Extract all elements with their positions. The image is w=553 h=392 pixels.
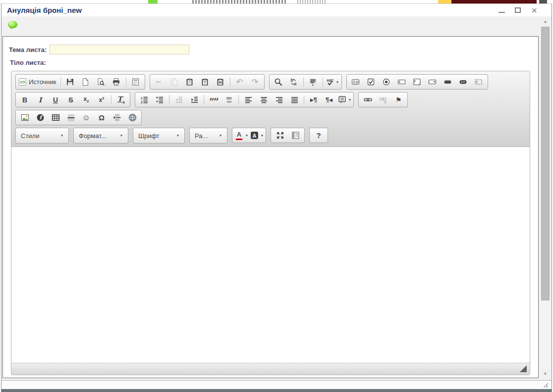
maximize-button[interactable]	[513, 6, 522, 15]
bidi-ltr-button[interactable]: ▸¶	[306, 94, 321, 106]
numbered-list-button[interactable]: 12	[137, 94, 152, 106]
text-color-button[interactable]: A▼	[234, 129, 249, 142]
horizontal-rule-icon	[66, 113, 75, 122]
special-char-button[interactable]: Ω	[94, 111, 109, 124]
toolbar-separator	[126, 77, 126, 87]
about-button[interactable]: ?	[311, 129, 326, 142]
select-all-button[interactable]	[306, 76, 321, 88]
select-field-button[interactable]	[425, 76, 440, 88]
toolbar-separator	[323, 77, 323, 87]
save-button[interactable]	[63, 76, 78, 88]
select-field-icon	[428, 78, 437, 87]
source-button[interactable]: <>Источник	[17, 76, 58, 88]
language-button[interactable]: ▼	[337, 94, 352, 106]
subscript-button[interactable]: x2	[79, 94, 94, 106]
size-combo[interactable]: Ра...▼	[191, 129, 225, 142]
maximize-button[interactable]	[273, 129, 287, 142]
new-page-button[interactable]	[78, 76, 93, 88]
copy-button[interactable]	[167, 76, 182, 88]
bidi-rtl-button[interactable]: ¶◂	[322, 94, 336, 106]
text-field-button[interactable]	[394, 76, 409, 88]
iframe-button[interactable]	[125, 111, 140, 124]
editor-resize-handle[interactable]	[520, 365, 527, 372]
strike-button[interactable]: S	[63, 94, 78, 106]
format-combo[interactable]: Формат...▼	[75, 129, 126, 142]
vertical-scrollbar[interactable]: ▲ ▼	[541, 17, 550, 378]
paste-button[interactable]	[182, 76, 197, 88]
align-center-icon	[259, 96, 268, 104]
chat-bubble-button[interactable]	[8, 21, 19, 31]
align-center-button[interactable]	[256, 94, 271, 106]
toolbar-group-forms	[346, 74, 488, 90]
undo-button[interactable]: ↶	[232, 76, 247, 88]
find-button[interactable]	[271, 76, 286, 88]
preview-button[interactable]	[94, 76, 109, 88]
maximize-icon	[515, 7, 521, 13]
remove-format-button[interactable]: Tx	[113, 94, 128, 106]
background-fragment	[451, 0, 537, 3]
subject-input[interactable]	[50, 45, 189, 54]
paste-text-button[interactable]: T	[198, 76, 213, 88]
spellcheck-button[interactable]: ABC▼	[325, 76, 340, 88]
underline-button[interactable]: U	[48, 94, 63, 106]
outdent-button[interactable]	[171, 94, 186, 106]
radio-button[interactable]	[379, 76, 394, 88]
unlink-button[interactable]	[376, 94, 390, 106]
dialog-titlebar[interactable]: Ануляція броні_new ×	[1, 3, 552, 17]
checkbox-button[interactable]	[364, 76, 379, 88]
checkbox-icon	[367, 78, 376, 87]
paste-word-button[interactable]: W	[213, 76, 228, 88]
editor-content[interactable]	[11, 147, 530, 363]
resize-grip-icon[interactable]	[542, 382, 548, 388]
form-button[interactable]	[348, 76, 363, 88]
button-field-button[interactable]	[441, 76, 455, 88]
iframe-icon	[128, 113, 137, 122]
image-button[interactable]	[17, 111, 32, 124]
table-button[interactable]	[48, 111, 63, 124]
cut-button[interactable]: ✂	[152, 76, 166, 88]
div-container-button[interactable]: DIV</>	[221, 94, 236, 106]
align-left-button[interactable]	[241, 94, 256, 106]
bg-color-button[interactable]: A▼	[249, 129, 264, 142]
close-button[interactable]: ×	[530, 6, 539, 15]
templates-button[interactable]	[128, 76, 143, 88]
special-char-icon: Ω	[97, 113, 106, 122]
smiley-button[interactable]: ☺	[79, 111, 94, 124]
show-blocks-button[interactable]	[288, 129, 303, 142]
minimize-button[interactable]	[497, 6, 506, 15]
styles-combo[interactable]: Стили▼	[17, 129, 67, 142]
textarea-button[interactable]	[410, 76, 425, 88]
toolbar-separator	[111, 95, 111, 104]
bold-button[interactable]: B	[17, 94, 32, 106]
link-button[interactable]	[360, 94, 375, 106]
blockquote-button[interactable]: ””	[206, 94, 221, 106]
chevron-down-icon: ▼	[219, 134, 222, 137]
print-icon	[112, 78, 121, 87]
blockquote-icon: ””	[209, 96, 218, 104]
redo-icon: ↷	[251, 78, 260, 87]
page-break-button[interactable]	[110, 111, 124, 124]
horizontal-rule-button[interactable]	[63, 111, 78, 124]
superscript-button[interactable]: x2	[94, 94, 109, 106]
anchor-button[interactable]: ⚑	[391, 94, 406, 106]
indent-button[interactable]	[187, 94, 202, 106]
align-justify-button[interactable]	[287, 94, 302, 106]
flash-button[interactable]: f	[33, 111, 48, 124]
bulleted-list-button[interactable]	[152, 94, 167, 106]
italic-button[interactable]: I	[33, 94, 48, 106]
scroll-up-button[interactable]: ▲	[541, 17, 550, 26]
chevron-down-icon: ▼	[60, 134, 63, 137]
copy-icon	[170, 78, 179, 87]
scroll-down-button[interactable]: ▼	[541, 370, 550, 378]
redo-button[interactable]: ↷	[248, 76, 263, 88]
strike-icon: S	[66, 96, 75, 104]
scrollbar-thumb[interactable]	[541, 27, 550, 300]
replace-button[interactable]: ba	[286, 76, 301, 88]
align-right-button[interactable]	[272, 94, 286, 106]
image-icon	[20, 113, 29, 122]
font-combo[interactable]: Шрифт▼	[135, 129, 183, 142]
image-button-button[interactable]	[456, 76, 471, 88]
hidden-field-button[interactable]	[471, 76, 486, 88]
subject-label: Тема листа:	[9, 46, 47, 53]
print-button[interactable]	[109, 76, 124, 88]
